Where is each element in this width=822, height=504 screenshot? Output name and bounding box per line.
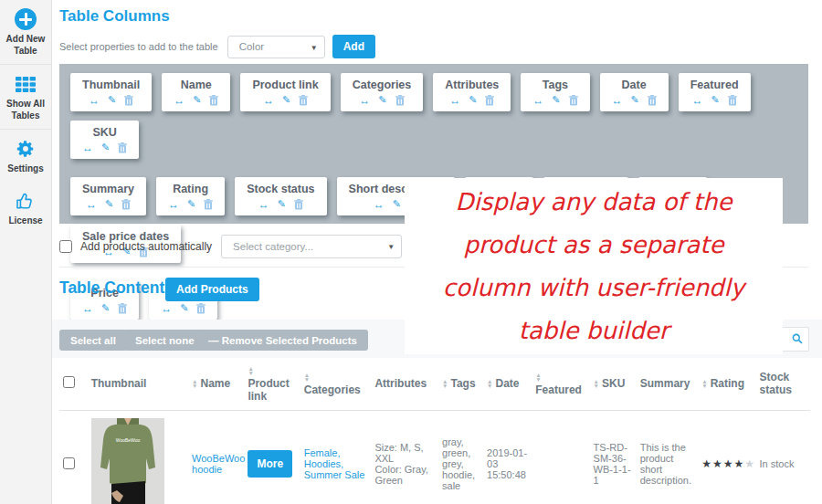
- header-name[interactable]: ▲▼Name: [188, 359, 244, 411]
- edit-icon[interactable]: ✎: [101, 142, 110, 152]
- delete-icon[interactable]: [209, 95, 218, 106]
- select-none-button[interactable]: Select none: [124, 330, 206, 351]
- header-date[interactable]: ▲▼Date: [483, 359, 532, 411]
- column-chip-date[interactable]: Date ↔✎: [600, 73, 669, 111]
- row-checkbox[interactable]: [63, 457, 75, 469]
- more-button[interactable]: More: [248, 450, 292, 478]
- remove-selected-button[interactable]: — Remove Selected Products: [197, 330, 368, 351]
- svg-text:WooBeWoo: WooBeWoo: [115, 437, 140, 443]
- header-summary: Summary: [637, 359, 698, 411]
- sort-icon[interactable]: ▲▼: [192, 380, 197, 388]
- move-icon[interactable]: ↔: [89, 95, 100, 106]
- auto-add-checkbox[interactable]: [59, 240, 72, 253]
- attributes-cell: Size: M, S, XXL Color: Gray, Green: [371, 411, 438, 504]
- delete-icon[interactable]: [728, 95, 737, 106]
- delete-icon[interactable]: [485, 95, 494, 106]
- move-icon[interactable]: ↔: [174, 95, 184, 106]
- move-icon[interactable]: ↔: [449, 95, 460, 106]
- move-icon[interactable]: ↔: [82, 303, 93, 314]
- column-chip-featured[interactable]: Featured ↔✎: [679, 73, 751, 111]
- move-icon[interactable]: ↔: [258, 199, 269, 210]
- move-icon[interactable]: ↔: [692, 95, 703, 106]
- sidebar-item-show-all-tables[interactable]: Show All Tables: [0, 65, 51, 130]
- sidebar-item-settings[interactable]: Settings: [0, 130, 51, 182]
- chevron-down-icon: ▼: [387, 243, 395, 251]
- featured-cell: [532, 411, 589, 504]
- header-categories[interactable]: ▲▼Categories: [300, 359, 372, 411]
- delete-icon[interactable]: [204, 199, 213, 210]
- header-rating[interactable]: ▲▼Rating: [698, 359, 755, 411]
- move-icon[interactable]: ↔: [532, 95, 543, 106]
- edit-icon[interactable]: ✎: [378, 95, 386, 105]
- select-all-checkbox[interactable]: [63, 376, 75, 388]
- product-name-link[interactable]: WooBeWoo hoodie: [192, 453, 245, 475]
- category-links[interactable]: Female, Hoodies, Summer Sale: [304, 447, 365, 480]
- edit-icon[interactable]: ✎: [711, 95, 720, 105]
- edit-icon[interactable]: ✎: [108, 95, 116, 105]
- edit-icon[interactable]: ✎: [105, 199, 113, 209]
- delete-icon[interactable]: [569, 95, 578, 106]
- column-chip-summary[interactable]: Summary ↔✎: [70, 177, 146, 215]
- move-icon[interactable]: ↔: [359, 95, 370, 106]
- column-chip-stock-status[interactable]: Stock status ↔✎: [235, 177, 326, 215]
- move-icon[interactable]: ↔: [168, 199, 179, 210]
- property-select[interactable]: Color ▼: [227, 36, 325, 58]
- edit-icon[interactable]: ✎: [469, 95, 477, 105]
- header-attributes: Attributes: [371, 359, 438, 411]
- edit-icon[interactable]: ✎: [180, 303, 188, 313]
- column-chip-attributes[interactable]: Attributes ↔✎: [433, 73, 511, 111]
- sort-icon[interactable]: ▲▼: [594, 380, 599, 388]
- column-chip-categories[interactable]: Categories ↔✎: [341, 73, 424, 111]
- sort-icon[interactable]: ▲▼: [487, 380, 492, 388]
- delete-icon[interactable]: [124, 95, 133, 106]
- edit-icon[interactable]: ✎: [193, 95, 201, 105]
- add-column-button[interactable]: Add: [332, 35, 375, 58]
- delete-icon[interactable]: [395, 95, 405, 106]
- sort-icon[interactable]: ▲▼: [304, 373, 310, 382]
- sidebar-item-license[interactable]: License: [0, 182, 51, 234]
- property-select-value: Color: [239, 41, 264, 52]
- column-chip-rating[interactable]: Rating ↔✎: [156, 177, 225, 215]
- delete-icon[interactable]: [121, 199, 131, 210]
- move-icon[interactable]: ↔: [263, 95, 274, 106]
- column-chip-sku[interactable]: SKU ↔✎: [70, 121, 139, 159]
- delete-icon[interactable]: [196, 303, 206, 314]
- edit-icon[interactable]: ✎: [187, 199, 195, 209]
- move-icon[interactable]: ↔: [86, 199, 97, 210]
- move-icon[interactable]: ↔: [161, 303, 172, 314]
- summary-cell: This is the product short description.: [637, 411, 698, 504]
- move-icon[interactable]: ↔: [374, 199, 385, 210]
- delete-icon[interactable]: [648, 95, 657, 106]
- select-all-button[interactable]: Select all: [59, 330, 127, 351]
- column-chip-thumbnail[interactable]: Thumbnail ↔✎: [70, 73, 152, 111]
- star-filled-icons: ★★★★: [701, 457, 744, 470]
- header-featured[interactable]: ▲▼Featured: [532, 359, 589, 411]
- edit-icon[interactable]: ✎: [278, 199, 286, 209]
- header-sku[interactable]: ▲▼SKU: [590, 359, 637, 411]
- header-product-link[interactable]: ▲▼Product link: [244, 359, 300, 411]
- delete-icon[interactable]: [118, 142, 127, 153]
- delete-icon[interactable]: [118, 303, 127, 314]
- move-icon[interactable]: ↔: [612, 95, 623, 106]
- edit-icon[interactable]: ✎: [282, 95, 290, 105]
- header-tags[interactable]: ▲▼Tags: [438, 359, 483, 411]
- edit-icon[interactable]: ✎: [552, 95, 560, 105]
- edit-icon[interactable]: ✎: [393, 199, 401, 209]
- column-chip-name[interactable]: Name ↔✎: [162, 73, 230, 111]
- header-stock-status[interactable]: Stock status: [756, 359, 810, 411]
- sort-icon[interactable]: ▲▼: [442, 380, 448, 388]
- edit-icon[interactable]: ✎: [631, 95, 639, 105]
- sidebar-item-add-new-table[interactable]: Add New Table: [0, 0, 51, 65]
- delete-icon[interactable]: [294, 199, 303, 210]
- column-chip-tags[interactable]: Tags ↔✎: [521, 73, 589, 111]
- delete-icon[interactable]: [299, 95, 308, 106]
- category-select[interactable]: Select category... ▼: [221, 235, 402, 258]
- edit-icon[interactable]: ✎: [101, 303, 110, 313]
- sort-icon[interactable]: ▲▼: [248, 367, 253, 375]
- sort-icon[interactable]: ▲▼: [535, 373, 541, 382]
- add-products-button[interactable]: Add Products: [165, 278, 259, 301]
- promo-overlay: Display any data of the product as a sep…: [405, 178, 783, 354]
- move-icon[interactable]: ↔: [82, 142, 93, 153]
- sort-icon[interactable]: ▲▼: [701, 380, 707, 388]
- column-chip-product-link[interactable]: Product link ↔✎: [240, 73, 330, 111]
